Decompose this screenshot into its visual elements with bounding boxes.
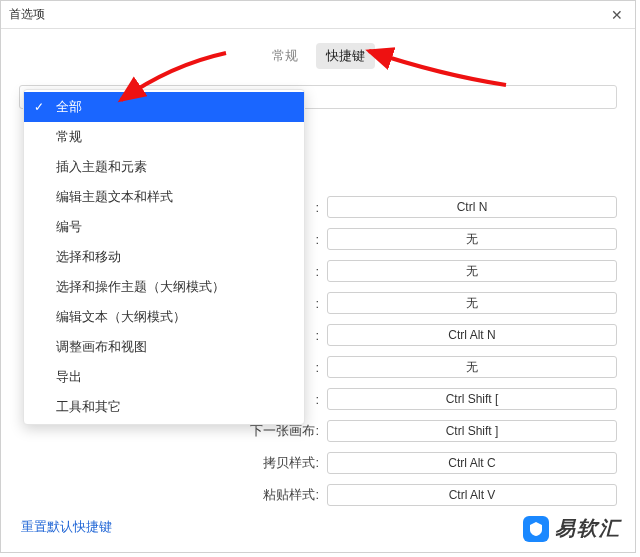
window-title: 首选项 <box>9 6 45 23</box>
category-dropdown[interactable]: 全部常规插入主题和元素编辑主题文本和样式编号选择和移动选择和操作主题（大纲模式）… <box>23 89 305 425</box>
shortcut-value[interactable]: Ctrl Alt C <box>327 452 617 474</box>
shortcut-value[interactable]: 无 <box>327 228 617 250</box>
brand-logo-icon <box>523 516 549 542</box>
shortcut-value[interactable]: 无 <box>327 260 617 282</box>
shortcut-value[interactable]: Ctrl Alt V <box>327 484 617 506</box>
shortcut-value[interactable]: Ctrl Shift [ <box>327 388 617 410</box>
annotation-arrow-2 <box>361 45 511 95</box>
shortcut-value[interactable]: Ctrl Shift ] <box>327 420 617 442</box>
close-icon[interactable]: ✕ <box>607 7 627 23</box>
dropdown-item[interactable]: 插入主题和元素 <box>24 152 304 182</box>
shortcut-value[interactable]: 无 <box>327 292 617 314</box>
tabs: 常规 快捷键 <box>1 29 635 79</box>
annotation-arrow-1 <box>111 45 231 115</box>
brand-text: 易软汇 <box>555 515 621 542</box>
shortcut-row: 粘贴样式:Ctrl Alt V <box>19 479 617 511</box>
titlebar: 首选项 ✕ <box>1 1 635 29</box>
dropdown-item[interactable]: 选择和移动 <box>24 242 304 272</box>
dropdown-item[interactable]: 选择和操作主题（大纲模式） <box>24 272 304 302</box>
shortcut-label: 拷贝样式: <box>19 454 319 472</box>
dropdown-item[interactable]: 调整画布和视图 <box>24 332 304 362</box>
shortcut-value[interactable]: 无 <box>327 356 617 378</box>
shortcut-row: 拷贝样式:Ctrl Alt C <box>19 447 617 479</box>
dropdown-item[interactable]: 导出 <box>24 362 304 392</box>
tab-general[interactable]: 常规 <box>262 43 308 69</box>
shortcut-value[interactable]: Ctrl Alt N <box>327 324 617 346</box>
reset-link[interactable]: 重置默认快捷键 <box>21 518 112 536</box>
shortcut-label: 粘贴样式: <box>19 486 319 504</box>
dropdown-item[interactable]: 常规 <box>24 122 304 152</box>
preferences-window: 首选项 ✕ 常规 快捷键 :Ctrl N:无:无:无:Ctrl Alt N:无:… <box>0 0 636 553</box>
dropdown-item[interactable]: 编辑主题文本和样式 <box>24 182 304 212</box>
dropdown-item[interactable]: 工具和其它 <box>24 392 304 422</box>
brand: 易软汇 <box>523 515 621 542</box>
shortcut-value[interactable]: Ctrl N <box>327 196 617 218</box>
dropdown-item[interactable]: 编号 <box>24 212 304 242</box>
dropdown-item[interactable]: 编辑文本（大纲模式） <box>24 302 304 332</box>
